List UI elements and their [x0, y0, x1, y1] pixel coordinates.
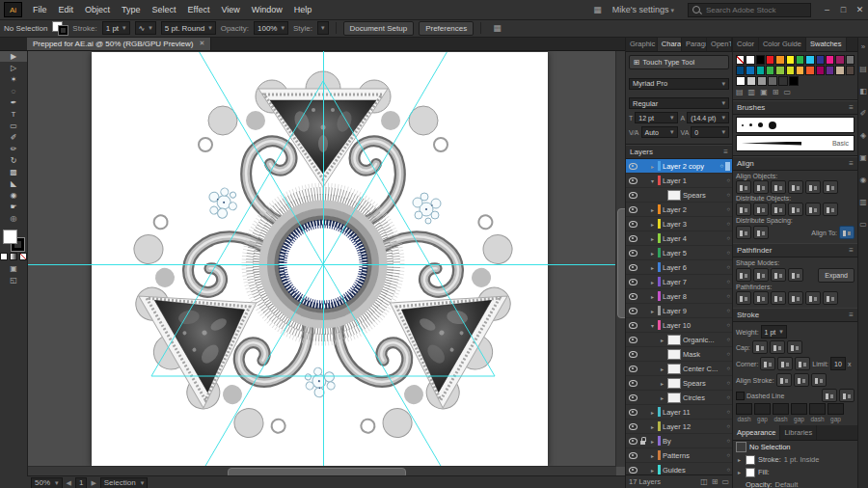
align-vertical-bottom-button[interactable]: [823, 180, 838, 194]
target-circle-icon[interactable]: ○: [726, 192, 730, 198]
layer-name[interactable]: Layer 5: [663, 249, 724, 258]
menu-help[interactable]: Help: [288, 5, 318, 14]
distribute-spacing-vertical-button[interactable]: [736, 226, 751, 239]
status-display-dropdown[interactable]: Selection▾: [100, 477, 148, 488]
stroke-weight-dropdown[interactable]: 1 pt▾: [102, 21, 130, 35]
layer-name[interactable]: Circles: [683, 393, 724, 402]
visibility-eye-icon[interactable]: [628, 407, 637, 417]
panel-menu-icon[interactable]: ≡: [849, 246, 854, 255]
none-button[interactable]: [19, 253, 27, 260]
layer-row[interactable]: ▸By○: [626, 434, 732, 448]
dash-value-field[interactable]: [773, 403, 789, 415]
trim-button[interactable]: [753, 291, 769, 305]
layer-row[interactable]: ▸Layer 6○: [626, 260, 732, 275]
document-tab[interactable]: Prepped for AE.ai @ 50% (RGB/GPU Preview…: [27, 37, 211, 50]
layer-name[interactable]: Layer 7: [663, 278, 724, 286]
swatch[interactable]: [796, 55, 804, 65]
layer-name[interactable]: By: [663, 437, 724, 446]
visibility-eye-icon[interactable]: [628, 204, 637, 214]
target-circle-icon[interactable]: ○: [726, 366, 730, 371]
tab-color[interactable]: Color: [733, 37, 759, 51]
layer-row[interactable]: ▸Center C...○: [626, 362, 732, 376]
align-horizontal-left-button[interactable]: [736, 180, 751, 194]
layer-row[interactable]: ▸Layer 3○: [626, 217, 732, 231]
expand-arrow[interactable]: ▸: [649, 264, 656, 271]
minus-back-button[interactable]: [823, 291, 838, 305]
layer-name[interactable]: Guides: [663, 466, 724, 474]
visibility-eye-icon[interactable]: [628, 161, 637, 171]
align-panel-header[interactable]: Align ≡: [733, 156, 857, 171]
layer-row[interactable]: Mask○: [626, 347, 732, 362]
swatch[interactable]: [786, 55, 795, 65]
stroke-panel-header[interactable]: Stroke ≡: [733, 308, 857, 322]
expand-arrow[interactable]: ▸: [649, 250, 656, 257]
align-horizontal-right-button[interactable]: [771, 180, 786, 194]
expand-arrow[interactable]: ▸: [649, 308, 656, 314]
delete-swatch-icon[interactable]: ▭: [783, 88, 791, 96]
preserve-dash-icon[interactable]: [822, 389, 837, 402]
layer-name[interactable]: Layer 10: [663, 321, 724, 330]
align-stroke-center-button[interactable]: [776, 373, 792, 387]
swatch[interactable]: [846, 55, 854, 65]
lasso-tool[interactable]: ◌: [0, 85, 27, 96]
minimize-button[interactable]: –: [819, 0, 835, 19]
layer-name[interactable]: Layer 12: [663, 422, 724, 431]
swatch[interactable]: [846, 66, 854, 75]
visibility-eye-icon[interactable]: [628, 335, 637, 344]
target-circle-icon[interactable]: ○: [726, 337, 730, 342]
visibility-eye-icon[interactable]: [628, 450, 637, 460]
visibility-eye-icon[interactable]: [628, 176, 637, 185]
brush-definition-dropdown[interactable]: 5 pt. Round▾: [161, 21, 216, 35]
stroke-swatch[interactable]: [59, 26, 68, 35]
kerning-stepper[interactable]: V⁄AAuto▾: [629, 126, 678, 138]
dash-value-field[interactable]: [809, 403, 826, 415]
distribute-horizontal-center-button[interactable]: [805, 203, 821, 216]
dashed-line-checkbox[interactable]: [736, 392, 745, 400]
eyedropper-tool[interactable]: ◣: [0, 177, 27, 189]
align-vertical-top-button[interactable]: [788, 180, 803, 194]
limit-field[interactable]: 10: [830, 357, 846, 370]
expand-arrow[interactable]: ▸: [649, 221, 656, 228]
font-family-dropdown[interactable]: Myriad Pro▾: [629, 78, 729, 90]
distribute-vertical-top-button[interactable]: [736, 203, 751, 216]
pen-tool[interactable]: ✒: [0, 96, 27, 108]
workspace-user-menu[interactable]: Mike's settings▾: [607, 5, 680, 14]
layer-row[interactable]: ▸Layer 11○: [626, 405, 732, 420]
tracking-stepper[interactable]: VA0▾: [681, 126, 730, 138]
swatch[interactable]: [826, 55, 834, 65]
swatch[interactable]: [816, 55, 825, 65]
align-stroke-outside-button[interactable]: [811, 373, 827, 387]
dash-value-field[interactable]: [736, 403, 752, 415]
dash-value-field[interactable]: [754, 403, 771, 415]
menu-view[interactable]: View: [215, 5, 245, 14]
rotate-tool[interactable]: ↻: [0, 154, 27, 166]
align-vertical-center-button[interactable]: [805, 180, 821, 194]
color-panel-icon[interactable]: ▤: [859, 65, 867, 73]
swatch[interactable]: [786, 66, 795, 75]
menu-object[interactable]: Object: [79, 5, 116, 14]
tab-opentype[interactable]: OpenType: [707, 37, 732, 51]
layer-name[interactable]: Layer 4: [663, 234, 724, 243]
style-dropdown[interactable]: ▾: [317, 21, 329, 35]
swatch[interactable]: [746, 55, 754, 65]
swatch-kinds-icon[interactable]: ▥: [748, 88, 756, 96]
layer-row[interactable]: ▸Patterns○: [626, 448, 732, 463]
color-guide-panel-icon[interactable]: ◧: [859, 87, 867, 95]
swatch-libraries-icon[interactable]: ▤: [736, 88, 744, 96]
tab-color-guide[interactable]: Color Guide: [759, 37, 806, 51]
layer-row[interactable]: ▸Layer 9○: [626, 304, 732, 318]
lock-icon[interactable]: [639, 436, 647, 447]
visibility-eye-icon[interactable]: [628, 190, 637, 200]
merge-button[interactable]: [771, 291, 786, 305]
pencil-tool[interactable]: ✏: [0, 143, 27, 154]
panel-menu-icon[interactable]: ≡: [849, 159, 854, 168]
tab-graphic-styles[interactable]: Graphic Styles: [626, 37, 658, 51]
visibility-eye-icon[interactable]: [628, 233, 637, 243]
expand-arrow[interactable]: ▸: [649, 235, 656, 242]
fill-stroke-proxy[interactable]: [52, 21, 68, 35]
next-artboard-icon[interactable]: ▶: [91, 479, 95, 487]
swatch[interactable]: [757, 76, 767, 86]
swatch[interactable]: [805, 55, 814, 65]
layer-row[interactable]: ▸Layer 8○: [626, 289, 732, 304]
visibility-eye-icon[interactable]: [628, 436, 637, 446]
